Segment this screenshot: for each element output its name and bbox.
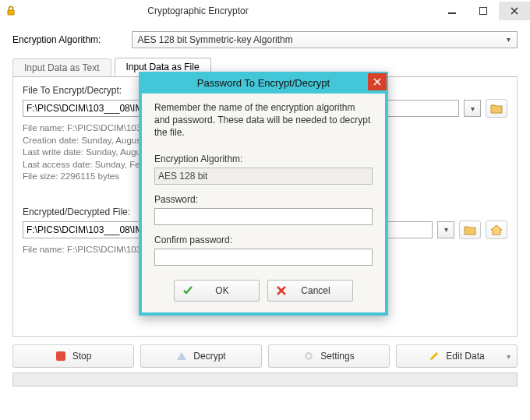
dialog-message: Remember the name of the encryption algo…: [154, 101, 373, 139]
svg-rect-2: [56, 351, 65, 361]
svg-rect-0: [448, 12, 456, 14]
chevron-down-icon: ▾: [507, 352, 511, 361]
dialog-confirm-label: Confirm password:: [154, 235, 373, 245]
dialog-password-input[interactable]: [154, 208, 373, 225]
dialog-confirm-input[interactable]: [154, 249, 373, 266]
checkmark-icon: [182, 285, 193, 296]
dialog-cancel-button[interactable]: Cancel: [267, 280, 353, 302]
stop-button[interactable]: Stop: [12, 344, 134, 368]
app-title: Cryptographic Encryptor: [0, 5, 436, 16]
settings-button-label: Settings: [320, 351, 354, 362]
dialog-algorithm-label: Encryption Algorithm:: [154, 154, 373, 164]
svg-rect-1: [480, 8, 487, 15]
edit-data-button-label: Edit Data: [446, 351, 484, 362]
browse-file-button[interactable]: [486, 99, 507, 118]
progress-bar: [12, 372, 518, 386]
home-output-button[interactable]: [486, 221, 507, 239]
dialog-title-bar: Password To Encrypt/Decrypt: [139, 72, 388, 94]
tab-input-text[interactable]: Input Data as Text: [12, 58, 111, 76]
dialog-password-label: Password:: [154, 194, 373, 205]
maximize-button[interactable]: [468, 2, 499, 20]
stop-button-label: Stop: [72, 351, 92, 362]
encryption-algorithm-label: Encryption Algorithm:: [12, 34, 101, 45]
browse-output-button[interactable]: [459, 221, 481, 239]
dialog-ok-label: OK: [193, 285, 251, 296]
password-dialog: Password To Encrypt/Decrypt Remember the…: [139, 72, 388, 316]
file-to-encrypt-dropdown[interactable]: ▾: [464, 100, 481, 117]
dialog-algorithm-value: AES 128 bit: [154, 168, 373, 185]
dialog-title: Password To Encrypt/Decrypt: [197, 77, 330, 89]
decrypt-button-label: Decrypt: [193, 351, 225, 362]
svg-point-4: [307, 355, 310, 358]
dialog-cancel-label: Cancel: [287, 285, 344, 296]
dialog-ok-button[interactable]: OK: [174, 280, 260, 302]
chevron-down-icon: ▾: [503, 35, 514, 46]
title-bar: Cryptographic Encryptor: [0, 0, 530, 22]
output-file-dropdown[interactable]: ▾: [437, 221, 454, 238]
bottom-toolbar: Stop Decrypt Settings Edit Data ▾: [12, 344, 518, 368]
edit-data-button[interactable]: Edit Data ▾: [396, 344, 518, 368]
dialog-close-button[interactable]: [368, 73, 387, 90]
settings-button[interactable]: Settings: [268, 344, 390, 368]
close-window-button[interactable]: [499, 2, 530, 20]
minimize-button[interactable]: [436, 2, 468, 20]
cross-icon: [276, 285, 287, 296]
decrypt-button[interactable]: Decrypt: [140, 344, 262, 368]
encryption-algorithm-select[interactable]: AES 128 bit Symmetric-key Algorithm ▾: [132, 31, 518, 48]
encryption-algorithm-value: AES 128 bit Symmetric-key Algorithm: [137, 34, 292, 45]
